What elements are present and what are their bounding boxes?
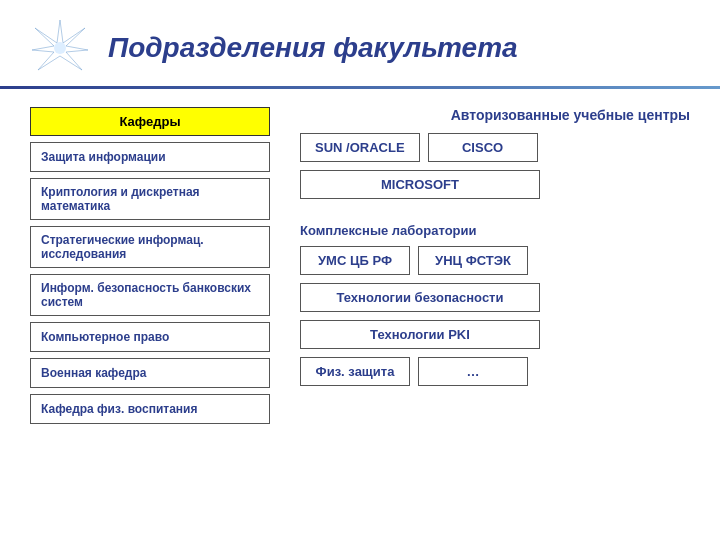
tech-pki-box: Технологии PKI: [300, 320, 540, 349]
dept-item-2: Криптология и дискретная математика: [30, 178, 270, 220]
left-column: Кафедры Защита информации Криптология и …: [30, 107, 270, 511]
page-title: Подразделения факультета: [108, 32, 518, 64]
tech-pki-row: Технологии PKI: [300, 320, 690, 349]
dept-item-5: Компьютерное право: [30, 322, 270, 352]
dots-box: …: [418, 357, 528, 386]
microsoft-box: MICROSOFT: [300, 170, 540, 199]
labs-header: Комплексные лаборатории: [300, 223, 690, 238]
dept-item-3: Стратегические информац. исследования: [30, 226, 270, 268]
svg-point-1: [54, 42, 66, 54]
dept-item-6: Военная кафедра: [30, 358, 270, 388]
umc-box: УМС ЦБ РФ: [300, 246, 410, 275]
tech-security-row: Технологии безопасности: [300, 283, 690, 312]
labs-row: УМС ЦБ РФ УНЦ ФСТЭК: [300, 246, 690, 275]
page-header: Подразделения факультета: [0, 0, 720, 86]
dept-item-1: Защита информации: [30, 142, 270, 172]
phys-row: Физ. защита …: [300, 357, 690, 386]
sun-oracle-box: SUN /ORACLE: [300, 133, 420, 162]
unc-box: УНЦ ФСТЭК: [418, 246, 528, 275]
main-content: Кафедры Защита информации Криптология и …: [0, 89, 720, 529]
atc-header: Авторизованные учебные центры: [300, 107, 690, 123]
cisco-box: CISCO: [428, 133, 538, 162]
phys-protect-box: Физ. защита: [300, 357, 410, 386]
dept-item-4: Информ. безопасность банковских систем: [30, 274, 270, 316]
departments-header: Кафедры: [30, 107, 270, 136]
dept-item-7: Кафедра физ. воспитания: [30, 394, 270, 424]
microsoft-row: MICROSOFT: [300, 170, 690, 199]
right-column: Авторизованные учебные центры SUN /ORACL…: [270, 107, 690, 511]
star-logo: [30, 18, 90, 78]
atc-row: SUN /ORACLE CISCO: [300, 133, 690, 162]
tech-security-box: Технологии безопасности: [300, 283, 540, 312]
